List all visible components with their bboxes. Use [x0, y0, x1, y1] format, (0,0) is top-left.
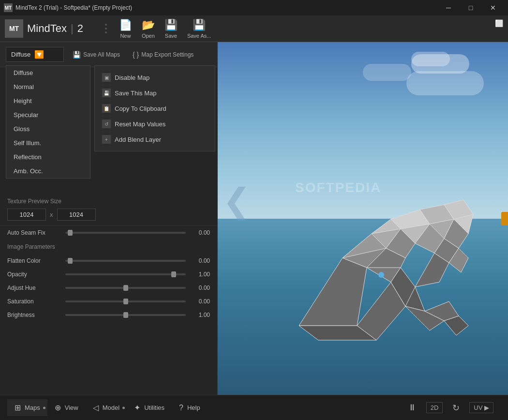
- left-panel: Diffuse 🔽 💾 Save All Maps { } Map Export…: [0, 42, 218, 395]
- dropdown-item-gloss[interactable]: Gloss: [6, 122, 90, 136]
- model-icon: ◁: [93, 403, 99, 412]
- pause-button[interactable]: ⏸: [408, 403, 417, 413]
- help-icon: ?: [179, 404, 183, 412]
- 3d-viewport[interactable]: SOFTPEDIA: [218, 42, 508, 395]
- map-type-dropdown[interactable]: Diffuse 🔽: [6, 47, 64, 62]
- brightness-slider[interactable]: [65, 314, 186, 316]
- save-as-button[interactable]: 💾 Save As...: [187, 19, 211, 39]
- dropdown-item-self-illum[interactable]: Self Illum.: [6, 136, 90, 150]
- model-label: Model: [103, 404, 120, 411]
- add-icon: +: [102, 135, 111, 144]
- save-this-map-button[interactable]: 💾 Save This Map: [95, 85, 215, 101]
- opacity-slider[interactable]: [65, 273, 186, 275]
- close-button[interactable]: ✕: [482, 0, 504, 15]
- dropdown-item-height[interactable]: Height: [6, 94, 90, 108]
- map-actions-menu: ▣ Disable Map 💾 Save This Map 📋 Copy To …: [94, 65, 215, 151]
- copy-icon: 📋: [102, 104, 111, 113]
- minimize-button[interactable]: ─: [437, 0, 460, 15]
- opacity-thumb[interactable]: [171, 271, 176, 277]
- auto-seam-thumb[interactable]: [68, 230, 73, 236]
- map-export-settings-button[interactable]: { } Map Export Settings: [129, 49, 197, 60]
- nav-utilities-item[interactable]: ✦ Utilities: [127, 399, 172, 416]
- nav-back-arrow[interactable]: ❮: [223, 184, 251, 218]
- opacity-label: Opacity: [7, 271, 60, 278]
- 3d-model-container: [270, 171, 502, 356]
- add-blend-layer-button[interactable]: + Add Blend Layer: [95, 132, 215, 147]
- export-settings-icon: { }: [133, 51, 139, 59]
- copy-to-clipboard-button[interactable]: 📋 Copy To Clipboard: [95, 101, 215, 116]
- saturation-thumb[interactable]: [123, 299, 128, 304]
- brightness-value: 1.00: [191, 312, 210, 318]
- flatten-color-row: Flatten Color 0.00: [0, 254, 217, 268]
- brightness-label: Brightness: [7, 312, 60, 318]
- flatten-color-thumb[interactable]: [68, 258, 73, 264]
- reset-map-values-button[interactable]: ↺ Reset Map Values: [95, 116, 215, 132]
- logo-area: MT MindTex | 2: [5, 19, 83, 38]
- maps-dot: [43, 406, 45, 409]
- rotate-button[interactable]: ↻: [452, 403, 460, 413]
- orange-indicator[interactable]: [501, 212, 508, 225]
- dropdown-item-reflection[interactable]: Reflection: [6, 150, 90, 164]
- auto-seam-slider[interactable]: [65, 232, 186, 234]
- uv-mode-button[interactable]: UV ▶: [469, 402, 493, 413]
- size-separator: x: [50, 211, 53, 218]
- save-as-icon: 💾: [193, 19, 206, 31]
- texture-size-block: Texture Preview Size x: [0, 193, 217, 226]
- utilities-label: Utilities: [144, 404, 164, 411]
- map-selector-row: Diffuse 🔽 💾 Save All Maps { } Map Export…: [0, 42, 217, 67]
- nav-maps-item[interactable]: ⊞ Maps: [7, 399, 47, 416]
- disable-map-button[interactable]: ▣ Disable Map: [95, 70, 215, 85]
- logo-mt-icon: MT: [5, 19, 23, 38]
- flatten-color-slider[interactable]: [65, 260, 186, 262]
- adjust-hue-value: 0.00: [191, 285, 210, 291]
- sliders-container: Flatten Color 0.00 Opacity 1.00 Adjust H…: [0, 254, 217, 322]
- saturation-slider[interactable]: [65, 300, 186, 302]
- save-button[interactable]: 💾 Save: [164, 19, 178, 39]
- maximize-button[interactable]: □: [460, 0, 482, 15]
- image-params-header: Image Parameters: [0, 240, 217, 254]
- saturation-label: Saturation: [7, 298, 60, 305]
- cloud-2: [411, 52, 450, 66]
- utilities-icon: ✦: [134, 403, 140, 412]
- open-icon: 📂: [142, 19, 155, 31]
- brightness-thumb[interactable]: [123, 312, 128, 318]
- adjust-hue-slider[interactable]: [65, 287, 186, 289]
- model-blue-dot: [378, 272, 384, 278]
- dropdown-item-amb-occ[interactable]: Amb. Occ.: [6, 164, 90, 178]
- open-button[interactable]: 📂 Open: [142, 19, 155, 39]
- save-all-maps-button[interactable]: 💾 Save All Maps: [69, 49, 124, 60]
- saturation-value: 0.00: [191, 298, 210, 305]
- logo-version: 2: [77, 22, 83, 35]
- window-controls: ─ □ ✕: [437, 0, 504, 15]
- dropdown-arrow-icon: 🔽: [34, 50, 44, 59]
- new-button[interactable]: 📄 New: [119, 19, 132, 39]
- opacity-value: 1.00: [191, 271, 210, 278]
- save-all-icon: 💾: [73, 51, 81, 59]
- maps-icon: ⊞: [15, 403, 21, 412]
- width-input[interactable]: [7, 209, 46, 221]
- toolbar-grip: [103, 24, 109, 33]
- model-dot: [122, 406, 125, 409]
- dropdown-item-normal[interactable]: Normal: [6, 80, 90, 94]
- view-icon: ⊕: [55, 403, 61, 412]
- dropdown-item-diffuse[interactable]: Diffuse: [6, 66, 90, 80]
- app-name: MindTex: [27, 22, 67, 35]
- nav-help-item[interactable]: ? Help: [172, 400, 208, 416]
- 3d-model-svg: [270, 171, 502, 355]
- 2d-mode-button[interactable]: 2D: [426, 402, 443, 413]
- adjust-hue-label: Adjust Hue: [7, 285, 60, 291]
- texture-preview-section: Texture Preview Size x Auto Seam Fix 0.0…: [0, 193, 217, 322]
- brightness-row: Brightness 1.00: [0, 308, 217, 322]
- maps-label: Maps: [25, 404, 40, 411]
- bottom-nav-bar: ⊞ Maps ⊕ View ◁ Model ✦ Utilities ? Help…: [0, 395, 508, 420]
- view-label: View: [65, 404, 78, 411]
- auto-seam-label: Auto Seam Fix: [7, 229, 60, 236]
- nav-view-item[interactable]: ⊕ View: [47, 399, 86, 416]
- adjust-hue-thumb[interactable]: [123, 285, 128, 291]
- expand-icon[interactable]: ⬜: [495, 19, 503, 27]
- dropdown-item-specular[interactable]: Specular: [6, 108, 90, 122]
- nav-model-item[interactable]: ◁ Model: [86, 399, 127, 416]
- flatten-color-value: 0.00: [191, 257, 210, 264]
- toolbar: MT MindTex | 2 📄 New 📂 Open 💾 Save 💾 Sav…: [0, 15, 508, 42]
- height-input[interactable]: [57, 209, 96, 221]
